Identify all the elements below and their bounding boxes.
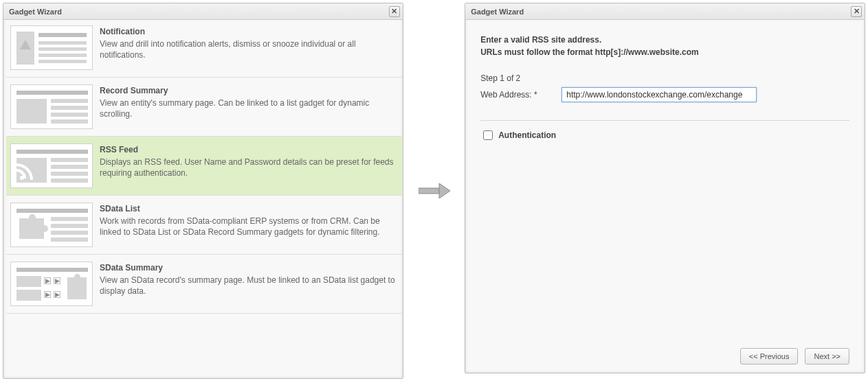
authentication-label: Authentication [498, 130, 556, 140]
instruction-line-1: Enter a valid RSS site address. [480, 34, 849, 46]
gadget-item-sdata-summary[interactable]: ▶▶▶▶ SData Summary View an SData record'… [6, 255, 403, 314]
gadget-item-notification[interactable]: Notification View and drill into notific… [6, 20, 403, 78]
dialog-title-right: Gadget Wizard [471, 8, 524, 16]
close-icon: ✕ [854, 8, 860, 15]
previous-button[interactable]: << Previous [740, 348, 799, 365]
gadget-title: RSS Feed [100, 145, 397, 154]
gadget-desc: Displays an RSS feed. User Name and Pass… [100, 157, 397, 178]
gadget-thumb-icon: ▶▶▶▶ [10, 262, 93, 306]
gadget-title: SData Summary [100, 263, 397, 273]
gadget-thumb-icon [10, 25, 93, 70]
gadget-item-record-summary[interactable]: Record Summary View an entity's summary … [6, 78, 403, 137]
divider [480, 120, 849, 121]
dialog-title-left: Gadget Wizard [9, 8, 62, 16]
gadget-desc: View and drill into notification alerts,… [100, 38, 397, 60]
gadget-desc: Work with records from SData-compliant E… [100, 216, 397, 238]
svg-marker-1 [439, 183, 450, 198]
gadget-title: Notification [100, 27, 397, 36]
authentication-checkbox[interactable] [483, 130, 493, 140]
gadget-wizard-dialog-right: Gadget Wizard ✕ Enter a valid RSS site a… [465, 3, 865, 373]
gadget-desc: View an entity's summary page. Can be li… [100, 97, 397, 119]
scroll-filler [6, 314, 403, 378]
instruction-text: Enter a valid RSS site address. URLs mus… [480, 34, 849, 58]
gadget-thumb-icon [10, 203, 93, 247]
gadget-item-rss-feed[interactable]: RSS Feed Displays an RSS feed. User Name… [6, 137, 403, 196]
svg-rect-0 [419, 188, 439, 194]
step-indicator: Step 1 of 2 [480, 73, 849, 83]
titlebar-right: Gadget Wizard ✕ [465, 3, 865, 20]
gadget-title: SData List [100, 204, 397, 213]
gadget-wizard-dialog-left: Gadget Wizard ✕ from a single gadget. [3, 3, 403, 379]
gadget-title: Record Summary [100, 86, 397, 95]
web-address-label: Web Address: * [480, 90, 549, 100]
gadget-list[interactable]: from a single gadget. Notification View … [3, 20, 403, 378]
gadget-thumb-icon [10, 143, 93, 188]
close-button-left[interactable]: ✕ [389, 6, 400, 17]
instruction-line-2: URLs must follow the format http[s]://ww… [480, 46, 849, 58]
web-address-input[interactable] [561, 87, 757, 102]
close-icon: ✕ [391, 8, 397, 15]
arrow-icon [417, 3, 451, 379]
gadget-item-sdata-list[interactable]: SData List Work with records from SData-… [6, 196, 403, 255]
next-button[interactable]: Next >> [805, 348, 849, 365]
gadget-desc: View an SData record's summary page. Mus… [100, 275, 397, 297]
close-button-right[interactable]: ✕ [851, 6, 862, 17]
titlebar-left: Gadget Wizard ✕ [3, 3, 403, 20]
gadget-thumb-icon [10, 84, 93, 129]
